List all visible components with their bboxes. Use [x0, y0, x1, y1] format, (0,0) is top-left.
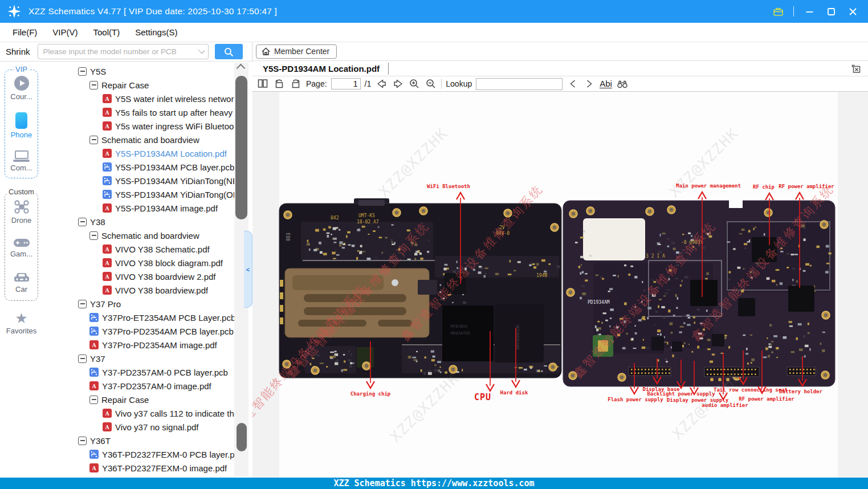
tree-item-label: Y5s fails to start up after heavy f: [115, 108, 237, 117]
tree-row[interactable]: A VIVO Y38 Schematic.pdf: [43, 242, 252, 256]
sidebar-item[interactable]: Phone: [5, 112, 38, 139]
tree-row[interactable]: A Y36T-PD2327FEXM-0 image.pdf: [43, 461, 252, 475]
sidebar-item[interactable]: Drone: [5, 199, 38, 225]
tree-row[interactable]: A Y37: [43, 352, 252, 365]
pcb-file-icon: [89, 450, 99, 459]
sidebar-item[interactable]: Com...: [5, 150, 38, 172]
maximize-button[interactable]: [825, 5, 837, 18]
tree-item-label: Y37-PD2357AM-0 PCB layer.pcb: [102, 368, 228, 377]
zoom-out-button[interactable]: [425, 78, 437, 90]
tree-row[interactable]: A VIVO Y38 boardview 2.pdf: [43, 270, 252, 283]
tree-row[interactable]: A VIVO Y38 block diagram.pdf: [43, 256, 252, 270]
find-previous-button[interactable]: [567, 78, 579, 90]
svg-text:MT6765V: MT6765V: [451, 324, 468, 329]
tree-row[interactable]: A Y5S: [43, 64, 252, 78]
tree-row[interactable]: A Y5S-PD1934AM PCB layer.pcb: [43, 160, 252, 174]
tree-row[interactable]: A Y37-PD2357AM-0 image.pdf: [43, 379, 252, 393]
scrollbar-thumb[interactable]: [235, 76, 247, 219]
collapse-toggle-icon[interactable]: [89, 231, 98, 240]
collapse-toggle-icon[interactable]: [78, 300, 87, 308]
find-next-button[interactable]: [583, 78, 596, 90]
tree-row[interactable]: A Y36T-PD2327FEXM-0 PCB layer.pcb: [43, 447, 252, 461]
menu-item[interactable]: Settings(S): [132, 25, 181, 39]
member-center-button[interactable]: Member Center: [256, 44, 337, 59]
tree-item-label: Y5S-PD1934AM Location.pdf: [115, 149, 227, 158]
vip-briefcase-icon[interactable]: [772, 5, 784, 18]
pdf-file-icon: A: [103, 258, 112, 267]
model-tree: A Y5S A: [43, 62, 252, 478]
tree-row[interactable]: A Repair Case: [43, 78, 252, 92]
pdf-file-icon: A: [103, 272, 112, 281]
collapse-toggle-icon[interactable]: [89, 396, 98, 404]
rotate-ccw-button[interactable]: [273, 78, 286, 90]
tree-row[interactable]: A Y5S-PD1934AM Location.pdf: [43, 146, 252, 160]
tree-row[interactable]: A Vivo y37 no signal.pdf: [43, 420, 252, 434]
close-document-icon[interactable]: [851, 64, 861, 74]
pdf-file-icon: A: [103, 244, 112, 254]
search-button[interactable]: [215, 44, 243, 59]
collapse-toggle-icon[interactable]: [89, 136, 98, 144]
menu-item[interactable]: File(F): [9, 25, 40, 39]
page-number-input[interactable]: [331, 78, 361, 89]
svg-text:PD1934AM: PD1934AM: [588, 300, 610, 305]
document-tab[interactable]: Y5S-PD1934AM Location.pdf: [263, 64, 380, 74]
tree-row[interactable]: A Y5S-PD1934AM YiDianTong(OL: [43, 188, 252, 201]
search-bar: Shrink: [0, 42, 252, 62]
shrink-button[interactable]: Shrink: [2, 45, 34, 58]
close-button[interactable]: [846, 5, 859, 18]
search-input[interactable]: [38, 44, 209, 59]
tree-row[interactable]: A Y37 Pro: [43, 297, 252, 311]
toolbar-separator: [441, 79, 442, 89]
svg-text:1940: 1940: [536, 273, 547, 278]
collapse-toggle-icon[interactable]: [78, 354, 87, 363]
tree-row[interactable]: A Schematic and boardview: [43, 133, 252, 146]
tree-row[interactable]: A Y5s fails to start up after heavy f: [43, 105, 252, 119]
tree-row[interactable]: A Y5s water ingress WiFi Bluetooth: [43, 119, 252, 133]
scrollbar-thumb[interactable]: [237, 423, 247, 451]
tree-row[interactable]: A Y37Pro-PD2354AM PCB layer.pcb: [43, 324, 252, 338]
tree-item-label: Y5s water ingress WiFi Bluetooth: [115, 121, 241, 131]
match-case-button[interactable]: Abi: [600, 79, 612, 88]
lookup-input[interactable]: [476, 78, 563, 90]
two-page-view-button[interactable]: [256, 78, 269, 90]
tree-item-label: Vivo y37 calls 112 to indicate th: [115, 409, 234, 418]
pcb-file-icon: [103, 190, 112, 199]
tree-row[interactable]: A Y37-PD2357AM-0 PCB layer.pcb: [43, 365, 252, 379]
next-page-button[interactable]: [392, 78, 404, 90]
tree-row[interactable]: A Y5S-PD1934AM YiDianTong(NE: [43, 174, 252, 188]
panel-collapse-handle[interactable]: <: [244, 231, 252, 308]
tree-row[interactable]: A Schematic and boardview: [43, 229, 252, 242]
collapse-toggle-icon[interactable]: [78, 437, 87, 445]
pcb-file-icon: [103, 162, 112, 172]
menu-item[interactable]: VIP(V): [49, 25, 81, 39]
tree-item-label: Y37 Pro: [90, 299, 121, 309]
zoom-in-button[interactable]: [408, 78, 421, 90]
svg-text:MEDIATEK: MEDIATEK: [451, 331, 471, 336]
tree-row[interactable]: A Y5S water inlet wireless network: [43, 92, 252, 105]
rotate-cw-button[interactable]: [290, 78, 302, 90]
tree-row[interactable]: A VIVO Y38 boardview.pdf: [43, 283, 252, 297]
tree-row[interactable]: A Y37Pro-ET2354AM PCB Layer.pcb: [43, 311, 252, 324]
pdf-file-icon: A: [103, 409, 112, 418]
menu-item[interactable]: Tool(T): [90, 25, 124, 39]
sidebar-item[interactable]: Car: [5, 272, 38, 294]
prev-page-button[interactable]: [375, 78, 388, 90]
tree-row[interactable]: A Y38: [43, 215, 252, 229]
sidebar-rail: VIP: [0, 62, 43, 478]
tree-row[interactable]: A Y37Pro-PD2354AM image.pdf: [43, 338, 252, 352]
collapse-toggle-icon[interactable]: [78, 67, 87, 76]
sidebar-item[interactable]: Gam...: [5, 238, 38, 258]
lookup-label: Lookup: [446, 79, 472, 88]
tree-item-label: Y37-PD2357AM-0 image.pdf: [102, 381, 211, 391]
tree-row[interactable]: A Repair Case: [43, 393, 252, 406]
sidebar-item[interactable]: Cour...: [5, 76, 38, 101]
minimize-button[interactable]: [803, 5, 816, 18]
collapse-toggle-icon[interactable]: [89, 81, 98, 89]
sidebar-item-favorites[interactable]: ★ Favorites: [0, 311, 43, 335]
tree-row[interactable]: A Y36T: [43, 434, 252, 447]
binoculars-search-button[interactable]: [616, 78, 629, 90]
collapse-toggle-icon[interactable]: [78, 218, 87, 226]
tree-row[interactable]: A Y5S-PD1934AM image.pdf: [43, 201, 252, 215]
tree-row[interactable]: A Vivo y37 calls 112 to indicate th: [43, 406, 252, 420]
tree-item-label: Schematic and boardview: [101, 231, 199, 241]
